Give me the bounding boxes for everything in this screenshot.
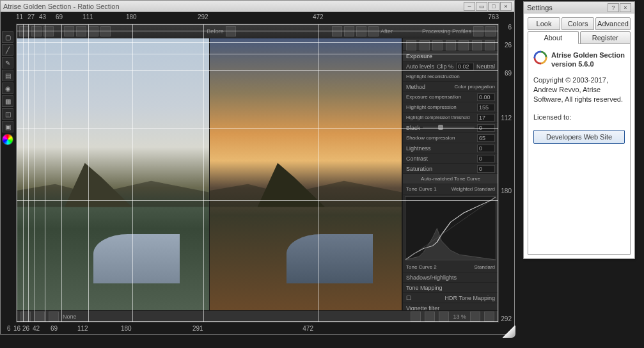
- exp-comp-input[interactable]: [477, 93, 495, 101]
- tc2-label: Tone Curve 2: [406, 264, 437, 270]
- editor-toolbar: Before After Processing Profiles: [17, 24, 498, 38]
- tab-register[interactable]: Register: [580, 31, 631, 44]
- auto-levels-btn[interactable]: Auto levels: [406, 63, 434, 70]
- editor-tool-icon[interactable]: [88, 26, 98, 36]
- zoom-out-icon[interactable]: [411, 312, 421, 322]
- highlight-recon-check[interactable]: Highlight reconstruction: [406, 74, 460, 79]
- close-icon[interactable]: ×: [500, 2, 512, 11]
- editor-tool-icon[interactable]: [64, 26, 74, 36]
- tool-icon[interactable]: ▤: [2, 70, 13, 81]
- side-panel: Exposure Auto levels Clip % Neutral High…: [402, 38, 498, 310]
- lightness-input[interactable]: [477, 145, 495, 152]
- editor-statusbar: None 13 %: [17, 310, 498, 322]
- black-slider[interactable]: [423, 127, 475, 129]
- status-icon[interactable]: [35, 312, 45, 322]
- help-icon[interactable]: ?: [608, 3, 619, 12]
- editor-tool-icon[interactable]: [100, 26, 111, 36]
- sh-comp-label: Shadow compression: [406, 135, 455, 141]
- main-titlebar[interactable]: Atrise Golden Section - Ratio Section – …: [1, 1, 514, 12]
- panel-tab-icon[interactable]: [406, 40, 416, 51]
- settings-title: Settings: [527, 4, 608, 12]
- neutral-btn[interactable]: Neutral: [476, 63, 495, 70]
- tc1-mode[interactable]: Weighted Standard: [452, 186, 495, 192]
- panel-tab-icon[interactable]: [472, 40, 482, 51]
- settings-titlebar[interactable]: Settings ? ×: [524, 2, 634, 13]
- exp-comp-label: Exposure compensation: [406, 94, 461, 100]
- status-icon[interactable]: [20, 312, 31, 322]
- method-value[interactable]: Color propagation: [454, 84, 495, 90]
- product-version: version 5.6.0: [551, 59, 625, 68]
- hl-thresh-input[interactable]: [477, 114, 495, 122]
- vignette-section[interactable]: Vignette filter: [406, 305, 439, 311]
- tone-curve-editor[interactable]: [405, 196, 496, 260]
- status-icon[interactable]: [49, 312, 59, 322]
- maximize-icon[interactable]: □: [488, 2, 499, 11]
- before-preview[interactable]: [17, 38, 210, 310]
- panel-tab-icon[interactable]: [432, 40, 443, 51]
- editor-tool-icon[interactable]: [356, 26, 366, 36]
- tab-about[interactable]: About: [528, 31, 579, 44]
- editor-tool-icon[interactable]: [332, 26, 342, 36]
- saturation-label: Saturation: [406, 166, 432, 172]
- tool-icon[interactable]: ◫: [2, 108, 13, 120]
- status-icon[interactable]: [484, 312, 494, 322]
- black-input[interactable]: [477, 124, 495, 132]
- editor-tool-icon[interactable]: [19, 26, 29, 36]
- sh-comp-input[interactable]: [477, 134, 495, 142]
- tc1-label: Tone Curve 1: [406, 186, 437, 192]
- copyright-text: Copyright © 2003-2017, Andrew Revvo, Atr…: [533, 75, 625, 105]
- product-name: Atrise Golden Section: [551, 51, 625, 59]
- tool-icon[interactable]: ✎: [2, 57, 13, 68]
- black-label: Black: [406, 125, 420, 131]
- hdr-section[interactable]: HDR Tone Mapping: [445, 295, 495, 301]
- contrast-input[interactable]: [477, 155, 495, 162]
- editor-tool-icon[interactable]: [368, 26, 379, 36]
- hl-thresh-label: Highlight compression threshold: [406, 115, 470, 120]
- exposure-section[interactable]: Exposure: [406, 53, 432, 59]
- tool-icon[interactable]: ╱: [2, 44, 13, 56]
- panel-tab-icon[interactable]: [420, 40, 430, 51]
- editor-tool-icon[interactable]: [344, 26, 354, 36]
- panel-tab-icon[interactable]: [446, 40, 456, 51]
- shadows-section[interactable]: Shadows/Highlights: [406, 274, 457, 281]
- clip-input[interactable]: [456, 63, 474, 70]
- developers-site-button[interactable]: Developers Web Site: [533, 130, 625, 144]
- lightness-label: Lightness: [406, 145, 431, 152]
- editor-tool-icon[interactable]: [485, 26, 496, 36]
- saturation-input[interactable]: [477, 165, 495, 173]
- tool-icon[interactable]: ▢: [2, 31, 13, 43]
- tool-icon[interactable]: ▦: [2, 95, 13, 107]
- panel-tab-icon[interactable]: [459, 40, 469, 51]
- status-icon[interactable]: [470, 312, 480, 322]
- before-label: Before: [207, 28, 224, 35]
- about-tab-content: Atrise Golden Section version 5.6.0 Copy…: [528, 44, 631, 255]
- tool-icon[interactable]: ◉: [2, 83, 13, 94]
- left-toolbar: ▢ ╱ ✎ ▤ ◉ ▦ ◫ ▣: [2, 31, 15, 145]
- tc2-mode[interactable]: Standard: [475, 264, 495, 270]
- editor-tool-icon[interactable]: [473, 26, 483, 36]
- minimize-icon[interactable]: –: [464, 2, 475, 11]
- zoom-fit-icon[interactable]: [425, 312, 435, 322]
- restore-icon[interactable]: ▭: [476, 2, 487, 11]
- editor-tool-icon[interactable]: [31, 26, 42, 36]
- editor-tool-icon[interactable]: [43, 26, 54, 36]
- tonemap-section[interactable]: Tone Mapping: [406, 285, 443, 291]
- editor-tool-icon[interactable]: [76, 26, 86, 36]
- resize-corner-icon[interactable]: [503, 325, 515, 338]
- after-preview[interactable]: [210, 38, 403, 310]
- close-icon[interactable]: ×: [620, 3, 631, 12]
- tab-colors[interactable]: Colors: [562, 17, 594, 30]
- zoom-in-icon[interactable]: [439, 312, 449, 322]
- editor-tool-icon[interactable]: [226, 26, 236, 36]
- tool-icon[interactable]: ▣: [2, 121, 13, 132]
- tab-look[interactable]: Look: [528, 17, 560, 30]
- contrast-label: Contrast: [406, 155, 428, 162]
- hl-comp-input[interactable]: [477, 104, 495, 111]
- color-picker-icon[interactable]: [2, 134, 13, 145]
- tab-advanced[interactable]: Advanced: [595, 17, 631, 30]
- zoom-value: 13 %: [453, 313, 466, 320]
- settings-window: Settings ? × Look Colors Advanced About …: [523, 1, 635, 259]
- clip-label: Clip %: [437, 63, 453, 70]
- filename-label: None: [63, 313, 77, 320]
- panel-tab-icon[interactable]: [485, 40, 495, 51]
